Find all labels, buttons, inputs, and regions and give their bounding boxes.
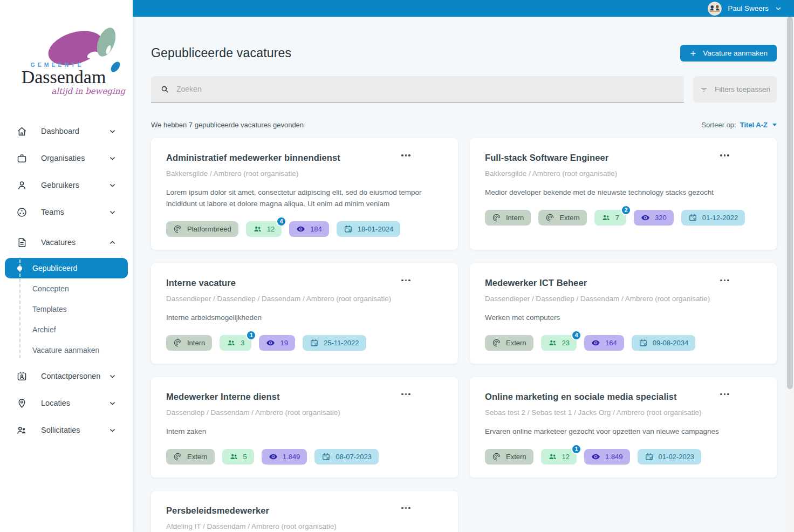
logo-tagline: altijd in beweging: [0, 86, 125, 96]
main-content: Gepubliceerde vacatures Vacature aanmake…: [133, 17, 785, 532]
views-badge: 320: [634, 210, 674, 226]
vacancy-card[interactable]: Online marketing en sociale media specia…: [470, 377, 777, 478]
applicants-badge: 121: [541, 449, 577, 465]
filter-icon: [700, 85, 708, 94]
sidebar-subitem-concepten[interactable]: Concepten: [0, 278, 133, 299]
deadline-date: 09-08-2034: [653, 339, 689, 347]
scope-spiral-icon: [173, 452, 182, 461]
scope-badge-label: Extern: [506, 453, 526, 461]
views-badge: 184: [289, 221, 329, 237]
views-eye-icon: [269, 452, 278, 461]
sidebar-subitem-vacature-aanmaken[interactable]: Vacature aanmaken: [0, 340, 133, 360]
search-input[interactable]: [176, 85, 675, 93]
vacancy-card[interactable]: Medewerker Interne dienstDassendiep / Da…: [151, 377, 458, 478]
vacancy-card[interactable]: Medewerker ICT BeheerDassendieper / Dass…: [470, 263, 777, 364]
applicants-badge: 31: [220, 335, 251, 351]
sidebar-item-gebruikers[interactable]: Gebruikers: [0, 172, 133, 199]
applicants-people-icon: [548, 338, 557, 347]
applicants-count: 3: [241, 339, 244, 347]
sort-value: Titel A-Z: [740, 121, 768, 129]
sidebar-subitem-gepubliceerd[interactable]: Gepubliceerd: [5, 258, 128, 278]
vacancy-card[interactable]: PersbeleidsmedewerkerAfdeling IT / Dasse…: [151, 491, 458, 532]
chevron-down-icon: [108, 426, 117, 434]
topbar: Paul Sweers: [133, 0, 794, 17]
deadline-calendar-x-icon: [310, 338, 319, 347]
sort-dropdown[interactable]: Sorteer op: Titel A-Z: [701, 121, 777, 129]
vacancy-org-path: Sebas test 2 / Sebas test 1 / Jacks Org …: [485, 408, 762, 417]
deadline-calendar-x-icon: [344, 224, 353, 234]
sidebar-subitem-archief[interactable]: Archief: [0, 319, 133, 340]
sidebar-item-contactpersonen[interactable]: Contactpersonen: [0, 363, 133, 390]
user-icon: [16, 180, 28, 191]
views-count: 184: [310, 225, 322, 233]
applicants-badge: 234: [541, 335, 577, 351]
chevron-down-icon: [108, 372, 117, 380]
views-eye-icon: [591, 452, 600, 461]
deadline-badge: 09-08-2034: [632, 335, 696, 351]
sidebar-item-sollicitaties[interactable]: Sollicitaties: [0, 417, 133, 444]
document-icon: [16, 237, 28, 248]
sidebar-item-locaties[interactable]: Locaties: [0, 390, 133, 417]
more-options-button[interactable]: [398, 391, 413, 398]
applicants-count: 5: [243, 453, 247, 461]
sidebar-item-dashboard[interactable]: Dashboard: [0, 118, 133, 145]
deadline-badge: 25-11-2022: [303, 335, 366, 351]
views-eye-icon: [591, 338, 600, 347]
more-options-button[interactable]: [716, 391, 731, 398]
user-name[interactable]: Paul Sweers: [728, 4, 769, 12]
scrollbar-thumb[interactable]: [787, 17, 793, 389]
more-options-button[interactable]: [716, 277, 731, 284]
vacancy-card[interactable]: Full-stack Software EngineerBakkersgilde…: [470, 138, 777, 250]
scope-badge-label: Platformbreed: [187, 225, 231, 233]
sidebar-item-organisaties[interactable]: Organisaties: [0, 145, 133, 172]
sort-caret-down-icon: [772, 124, 777, 126]
more-options-button[interactable]: [398, 277, 413, 284]
sidebar-subitem-templates[interactable]: Templates: [0, 299, 133, 319]
vacancy-org-path: Bakkersgilde / Ambrero (root organisatie…: [166, 169, 443, 178]
create-vacancy-label: Vacature aanmaken: [703, 49, 768, 57]
views-count: 19: [280, 339, 288, 347]
more-options-button[interactable]: [716, 152, 731, 159]
more-options-button[interactable]: [398, 152, 413, 159]
more-options-button[interactable]: [398, 505, 413, 511]
search-box: [151, 76, 684, 103]
vacancy-card[interactable]: Interne vacatureDassendieper / Dassendie…: [151, 263, 458, 364]
apply-filters-button[interactable]: Filters toepassen: [693, 76, 777, 103]
scope-badge: Platformbreed: [166, 221, 238, 237]
sidebar-submenu-vacatures: GepubliceerdConceptenTemplatesArchiefVac…: [0, 256, 133, 363]
applicants-people-icon: [229, 452, 238, 461]
vacancy-badges: Extern51.84908-07-2023: [166, 449, 443, 465]
deadline-date: 01-12-2022: [702, 214, 738, 222]
deadline-calendar-x-icon: [645, 452, 654, 461]
scope-spiral-icon: [492, 452, 501, 461]
user-avatar[interactable]: [708, 2, 722, 16]
chevron-down-icon: [108, 399, 117, 407]
deadline-calendar-x-icon: [688, 213, 697, 222]
views-badge: 164: [584, 335, 624, 351]
deadline-badge: 01-12-2022: [681, 210, 745, 226]
vacancy-card[interactable]: Administratief medewerker binnendienstBa…: [151, 138, 458, 250]
sidebar-item-vacatures[interactable]: Vacatures: [0, 229, 133, 256]
plus-icon: [689, 50, 697, 57]
user-menu-chevron-down-icon[interactable]: [775, 5, 782, 12]
sidebar-item-teams[interactable]: Teams: [0, 199, 133, 226]
vacancy-badges: Platformbreed12418418-01-2024: [166, 221, 443, 237]
briefcase-icon: [16, 153, 28, 164]
scope-badge-label: Extern: [559, 214, 580, 222]
scope-badge-label: Extern: [506, 339, 526, 347]
scope-spiral-icon: [173, 338, 182, 347]
views-count: 164: [605, 339, 617, 347]
sidebar-item-label: Locaties: [41, 399, 108, 407]
sidebar-item-label: Organisaties: [41, 154, 108, 162]
views-count: 1.849: [283, 453, 300, 461]
scope-spiral-icon: [492, 213, 501, 222]
create-vacancy-button[interactable]: Vacature aanmaken: [680, 45, 777, 62]
scope-badge: Extern: [166, 449, 215, 465]
sidebar-subitem-label: Gepubliceerd: [32, 264, 77, 272]
new-applicants-count: 4: [571, 330, 581, 340]
deadline-date: 01-02-2023: [659, 453, 695, 461]
views-count: 1.849: [605, 453, 623, 461]
applicants-badge: 72: [594, 210, 626, 226]
scope-spiral-icon: [545, 213, 555, 222]
deadline-calendar-x-icon: [639, 338, 648, 347]
